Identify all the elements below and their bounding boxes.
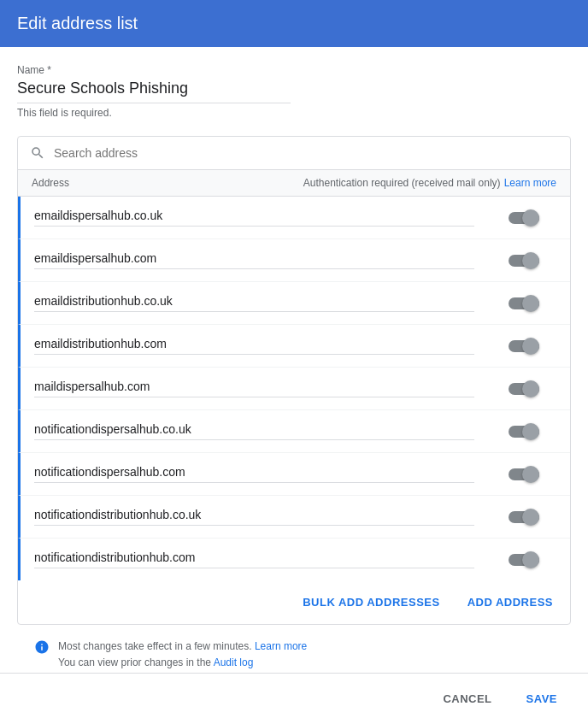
table-row: notificationdistributionhub.co.uk — [18, 496, 570, 539]
content-area: Name * Secure Schools Phishing This fiel… — [0, 47, 588, 685]
toggle-thumb — [522, 209, 539, 227]
toggle-thumb — [522, 252, 539, 269]
address-text: emaildispersalhub.com — [34, 251, 474, 269]
search-bar — [18, 137, 570, 170]
table-row: notificationdistributionhub.com — [18, 539, 570, 580]
table-row: emaildispersalhub.com — [18, 239, 570, 282]
toggle-switch[interactable] — [509, 551, 539, 568]
action-buttons-row: BULK ADD ADDRESSES ADD ADDRESS — [18, 580, 570, 624]
address-text: notificationdistributionhub.com — [34, 550, 474, 568]
address-rows-container: emaildispersalhub.co.uk emaildispersalhu… — [18, 197, 570, 580]
name-field-group: Name * Secure Schools Phishing This fiel… — [17, 64, 571, 119]
save-button[interactable]: SAVE — [513, 686, 571, 712]
toggle-thumb — [522, 380, 539, 397]
address-text: notificationdistributionhub.co.uk — [34, 508, 474, 526]
toggle-switch[interactable] — [509, 295, 539, 312]
footer-learn-more-link[interactable]: Learn more — [255, 640, 307, 652]
toggle-thumb — [522, 338, 539, 355]
search-icon — [30, 145, 45, 161]
col-auth-header: Authentication required (received mail o… — [303, 177, 556, 189]
address-text: maildispersalhub.com — [34, 380, 474, 397]
bottom-bar: CANCEL SAVE — [0, 673, 588, 724]
toggle-switch[interactable] — [509, 423, 539, 440]
learn-more-link[interactable]: Learn more — [504, 177, 556, 189]
table-row: emaildistributionhub.com — [18, 325, 570, 368]
table-header: Address Authentication required (receive… — [18, 170, 570, 197]
toggle-switch[interactable] — [509, 338, 539, 355]
toggle-thumb — [522, 423, 539, 440]
cancel-button[interactable]: CANCEL — [429, 686, 505, 712]
name-value: Secure Schools Phishing — [17, 79, 291, 103]
address-text: notificationdispersalhub.co.uk — [34, 422, 474, 440]
toggle-thumb — [522, 295, 539, 312]
page-header: Edit address list — [0, 0, 588, 47]
footer-text: Most changes take effect in a few minute… — [58, 639, 307, 671]
toggle-switch[interactable] — [509, 509, 539, 526]
address-list-container: Address Authentication required (receive… — [17, 136, 571, 625]
audit-log-link[interactable]: Audit log — [214, 656, 254, 668]
address-text: emaildispersalhub.co.uk — [34, 209, 474, 227]
table-row: notificationdispersalhub.co.uk — [18, 410, 570, 453]
toggle-thumb — [522, 509, 539, 526]
toggle-switch[interactable] — [509, 252, 539, 269]
name-label: Name * — [17, 64, 571, 76]
col-address-header: Address — [32, 177, 303, 189]
table-row: maildispersalhub.com — [18, 368, 570, 410]
bulk-add-button[interactable]: BULK ADD ADDRESSES — [292, 589, 450, 615]
toggle-switch[interactable] — [509, 209, 539, 227]
table-row: emaildispersalhub.co.uk — [18, 197, 570, 239]
page-title: Edit address list — [17, 14, 138, 32]
toggle-thumb — [522, 466, 539, 483]
search-input[interactable] — [54, 146, 558, 160]
toggle-switch[interactable] — [509, 380, 539, 397]
name-hint: This field is required. — [17, 107, 571, 119]
add-address-button[interactable]: ADD ADDRESS — [457, 589, 563, 615]
address-text: emaildistributionhub.com — [34, 337, 474, 355]
table-row: emaildistributionhub.co.uk — [18, 282, 570, 325]
toggle-thumb — [522, 551, 539, 568]
table-row: notificationdispersalhub.com — [18, 453, 570, 496]
address-text: notificationdispersalhub.com — [34, 465, 474, 483]
toggle-switch[interactable] — [509, 466, 539, 483]
address-text: emaildistributionhub.co.uk — [34, 294, 474, 312]
info-icon — [34, 639, 50, 657]
